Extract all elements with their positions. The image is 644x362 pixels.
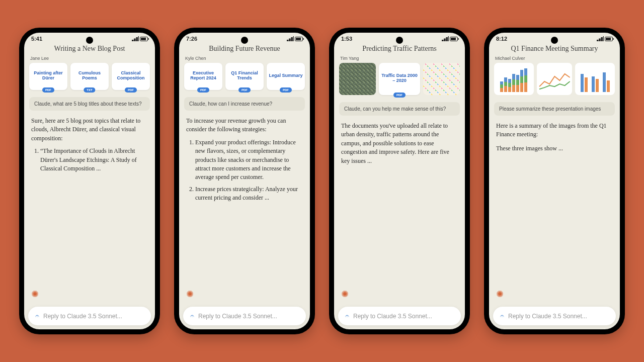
author-name: Tim Yang — [334, 56, 465, 63]
attach-icon[interactable]: 𝄐 — [190, 312, 194, 320]
page-title: Q1 Finance Meeting Summary — [489, 43, 620, 56]
attachment-chart-grouped-bars[interactable] — [575, 63, 615, 95]
response-item: Expand your product offerings: Introduce… — [195, 138, 303, 182]
attachment-title: Painting after Dürer — [31, 70, 65, 81]
attachment-card[interactable]: Legal Summary PDF — [267, 63, 305, 90]
attachment-image-aerial[interactable] — [339, 63, 376, 95]
user-prompt: Claude, what are 5 blog titles about the… — [29, 97, 150, 111]
user-prompt: Please summarize these presentation imag… — [494, 102, 615, 116]
phone-frame: 1:53 Predicting Traffic Patterns Tim Yan… — [329, 28, 470, 334]
attachment-card[interactable]: Executive Report 2024 PDF — [184, 63, 222, 90]
loading-icon: ✺ — [334, 286, 465, 303]
response-intro: Sure, here are 5 blog post topics that r… — [31, 117, 148, 143]
status-icons — [442, 36, 458, 41]
attachment-row: Painting after Dürer PDF Cumulous Poems … — [24, 63, 155, 94]
camera-notch — [551, 37, 558, 44]
attachment-card[interactable]: Painting after Dürer PDF — [29, 63, 67, 90]
response-intro: Here is a summary of the images from the… — [496, 122, 613, 139]
reply-input[interactable]: 𝄐 Reply to Claude 3.5 Sonnet... — [338, 307, 461, 325]
response-item: Increase prices strategically: Analyze y… — [195, 185, 303, 203]
user-prompt: Claude, can you help me make sense of th… — [339, 102, 460, 116]
author-name: Kyle Chen — [179, 56, 310, 63]
reply-placeholder: Reply to Claude 3.5 Sonnet... — [508, 313, 587, 320]
response-intro: To increase your revenue growth you can … — [186, 117, 303, 134]
attachment-card[interactable]: Cumulous Poems TXT — [70, 63, 109, 90]
file-badge: PDF — [125, 87, 137, 93]
author-name: Michael Culver — [489, 56, 620, 63]
reply-input[interactable]: 𝄐 Reply to Claude 3.5 Sonnet... — [183, 307, 306, 325]
camera-notch — [86, 37, 93, 44]
phone-frame: 8:12 Q1 Finance Meeting Summary Michael … — [484, 28, 625, 334]
file-badge: PDF — [197, 87, 209, 93]
battery-icon — [605, 37, 613, 41]
attachment-chart-stacked-bars[interactable] — [494, 63, 534, 95]
screen: 7:26 Building Future Revenue Kyle Chen E… — [179, 33, 310, 329]
page-title: Predicting Traffic Patterns — [334, 43, 465, 56]
status-icons — [132, 36, 148, 41]
assistant-response: The documents you've uploaded all relate… — [334, 119, 465, 286]
attachment-title: Traffic Data 2000 – 2020 — [381, 73, 418, 83]
signal-icon — [442, 36, 449, 41]
clock: 1:53 — [341, 36, 352, 42]
screen: 8:12 Q1 Finance Meeting Summary Michael … — [489, 33, 620, 329]
author-name: Jane Lee — [24, 56, 155, 63]
file-badge: TXT — [84, 87, 95, 93]
attachment-row: Executive Report 2024 PDF Q1 Financial T… — [179, 63, 310, 94]
reply-input[interactable]: 𝄐 Reply to Claude 3.5 Sonnet... — [493, 307, 616, 325]
attachment-card[interactable]: Q1 Financial Trends PDF — [225, 63, 264, 90]
attachment-title: Classical Composition — [114, 70, 148, 81]
phone-frame: 7:26 Building Future Revenue Kyle Chen E… — [174, 28, 315, 334]
attach-icon[interactable]: 𝄐 — [35, 312, 39, 320]
file-badge: PDF — [238, 87, 251, 93]
screen: 1:53 Predicting Traffic Patterns Tim Yan… — [334, 33, 465, 329]
signal-icon — [597, 36, 604, 41]
reply-placeholder: Reply to Claude 3.5 Sonnet... — [43, 313, 122, 320]
loading-icon: ✺ — [489, 286, 620, 303]
attachment-card[interactable]: Classical Composition PDF — [112, 63, 150, 90]
camera-notch — [241, 37, 248, 44]
file-badge: PDF — [42, 87, 54, 93]
assistant-response: Here is a summary of the images from the… — [489, 119, 620, 286]
attachment-title: Executive Report 2024 — [186, 70, 220, 81]
attachment-card[interactable]: Traffic Data 2000 – 2020 PDF — [379, 63, 420, 95]
attachment-title: Legal Summary — [269, 73, 302, 78]
attachment-chart-lines[interactable] — [537, 63, 573, 95]
status-icons — [597, 36, 613, 41]
battery-icon — [295, 37, 303, 41]
loading-icon: ✺ — [179, 286, 310, 303]
reply-input[interactable]: 𝄐 Reply to Claude 3.5 Sonnet... — [28, 307, 151, 325]
clock: 5:41 — [31, 36, 42, 42]
camera-notch — [396, 37, 403, 44]
clock: 7:26 — [186, 36, 197, 42]
page-title: Writing a New Blog Post — [24, 43, 155, 56]
response-item: “The Importance of Clouds in Albrecht Dü… — [40, 147, 148, 173]
attachment-row — [489, 63, 620, 99]
page-title: Building Future Revenue — [179, 43, 310, 56]
response-extra: These three images show ... — [496, 144, 613, 153]
screen: 5:41 Writing a New Blog Post Jane Lee Pa… — [24, 33, 155, 329]
battery-icon — [450, 37, 458, 41]
user-prompt: Claude, how can I increase revenue? — [184, 97, 305, 111]
battery-icon — [140, 37, 148, 41]
reply-placeholder: Reply to Claude 3.5 Sonnet... — [198, 313, 277, 320]
attachment-row: Traffic Data 2000 – 2020 PDF — [334, 63, 465, 99]
attach-icon[interactable]: 𝄐 — [500, 312, 504, 320]
attachment-title: Cumulous Poems — [72, 70, 107, 81]
assistant-response: Sure, here are 5 blog post topics that r… — [24, 114, 155, 286]
file-badge: PDF — [280, 87, 292, 93]
attach-icon[interactable]: 𝄐 — [345, 312, 349, 320]
clock: 8:12 — [496, 36, 507, 42]
loading-icon: ✺ — [24, 286, 155, 303]
signal-icon — [287, 36, 294, 41]
reply-placeholder: Reply to Claude 3.5 Sonnet... — [353, 313, 432, 320]
signal-icon — [132, 36, 139, 41]
attachment-image-stickynotes[interactable] — [423, 63, 460, 95]
assistant-response: To increase your revenue growth you can … — [179, 114, 310, 286]
phone-frame: 5:41 Writing a New Blog Post Jane Lee Pa… — [19, 28, 160, 334]
status-icons — [287, 36, 303, 41]
attachment-title: Q1 Financial Trends — [227, 70, 262, 81]
file-badge: PDF — [393, 93, 406, 98]
response-intro: The documents you've uploaded all relate… — [341, 122, 458, 165]
